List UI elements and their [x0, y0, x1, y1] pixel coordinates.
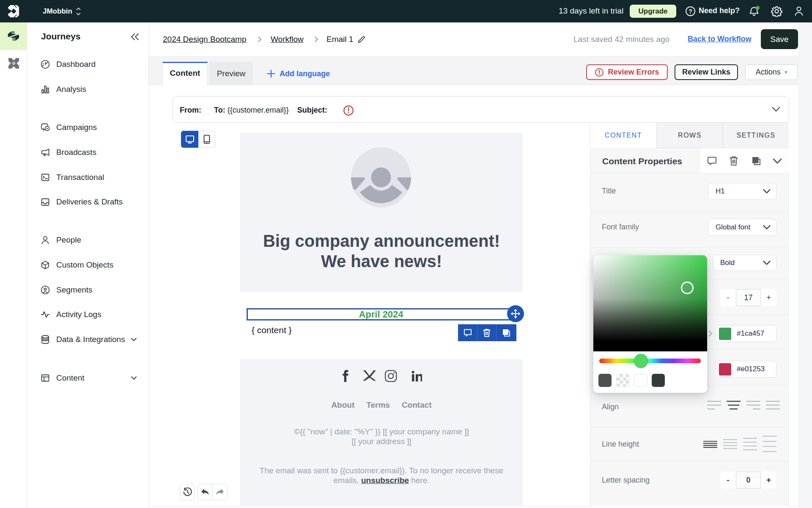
svg-text:?: ?: [689, 8, 692, 15]
